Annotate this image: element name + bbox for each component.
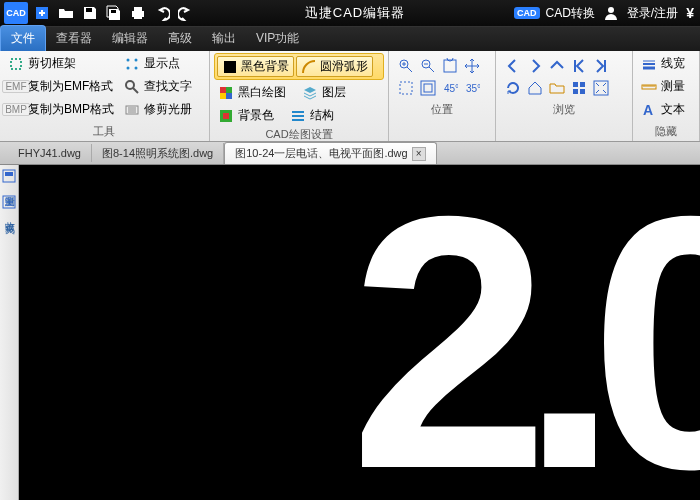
menu-tab-vip[interactable]: VIP功能 bbox=[246, 26, 309, 51]
show-points-label: 显示点 bbox=[144, 55, 180, 72]
zoom-window-icon[interactable] bbox=[397, 79, 415, 97]
login-link[interactable]: 登录/注册 bbox=[627, 5, 678, 22]
svg-rect-27 bbox=[424, 84, 432, 92]
ruler-icon bbox=[641, 79, 657, 95]
svg-rect-23 bbox=[444, 60, 456, 72]
home-icon[interactable] bbox=[526, 79, 544, 97]
drawing-canvas[interactable]: 2.0 bbox=[19, 165, 700, 500]
svg-rect-20 bbox=[223, 113, 229, 119]
cad-convert-link[interactable]: CAD转换 bbox=[546, 5, 595, 22]
zoom-in-icon[interactable] bbox=[397, 57, 415, 75]
svg-point-8 bbox=[127, 58, 130, 61]
position-group-title: 位置 bbox=[393, 101, 491, 119]
sidebar-icon-2[interactable] bbox=[2, 195, 16, 209]
bgcolor-icon bbox=[218, 108, 234, 124]
print-icon[interactable] bbox=[128, 3, 148, 23]
nav-up-icon[interactable] bbox=[548, 57, 566, 75]
structure-icon bbox=[290, 108, 306, 124]
nav-first-icon[interactable] bbox=[570, 57, 588, 75]
svg-rect-30 bbox=[573, 82, 578, 87]
file-tab-0[interactable]: FHYJ41.dwg bbox=[8, 144, 92, 162]
zoom-extents-icon[interactable] bbox=[419, 79, 437, 97]
zoom-out-icon[interactable] bbox=[419, 57, 437, 75]
structure-label: 结构 bbox=[310, 107, 334, 124]
structure-button[interactable]: 结构 bbox=[286, 105, 338, 126]
bw-draw-button[interactable]: 黑白绘图 bbox=[214, 82, 290, 103]
measure-label: 测量 bbox=[661, 78, 685, 95]
black-bg-label: 黑色背景 bbox=[241, 58, 289, 75]
svg-text:45°: 45° bbox=[444, 83, 458, 94]
copy-emf-label: 复制为EMF格式 bbox=[28, 78, 113, 95]
left-sidebar: 测量 收藏夹 bbox=[0, 165, 19, 500]
nav-left-icon[interactable] bbox=[504, 57, 522, 75]
svg-rect-14 bbox=[224, 61, 236, 73]
text-button[interactable]: A文本 bbox=[637, 99, 695, 120]
menu-tab-editor[interactable]: 编辑器 bbox=[102, 26, 158, 51]
bg-color-button[interactable]: 背景色 bbox=[214, 105, 278, 126]
show-points-button[interactable]: 显示点 bbox=[120, 53, 196, 74]
save-icon[interactable] bbox=[80, 3, 100, 23]
menu-tab-viewer[interactable]: 查看器 bbox=[46, 26, 102, 51]
redo-icon[interactable] bbox=[176, 3, 196, 23]
svg-rect-2 bbox=[111, 10, 116, 13]
linewidth-icon bbox=[641, 56, 657, 72]
svg-rect-16 bbox=[226, 87, 232, 93]
canvas-content-text: 2.0 bbox=[350, 165, 700, 500]
text-label: 文本 bbox=[661, 101, 685, 118]
svg-text:A: A bbox=[643, 102, 653, 118]
copy-emf-button[interactable]: EMF复制为EMF格式 bbox=[4, 76, 118, 97]
rotate-n-icon[interactable]: 35° bbox=[463, 79, 481, 97]
measure-button[interactable]: 测量 bbox=[637, 76, 695, 97]
file-tab-2[interactable]: 图10-24一层电话、电视平面图.dwg × bbox=[224, 142, 436, 164]
nav-right-icon[interactable] bbox=[526, 57, 544, 75]
sidebar-tab-favorites[interactable]: 收藏夹 bbox=[1, 211, 17, 220]
sidebar-tab-measure[interactable]: 测量 bbox=[1, 185, 17, 193]
user-icon[interactable] bbox=[601, 3, 621, 23]
undo-icon[interactable] bbox=[152, 3, 172, 23]
saveall-icon[interactable] bbox=[104, 3, 124, 23]
copy-bmp-button[interactable]: BMP复制为BMP格式 bbox=[4, 99, 118, 120]
black-bg-button[interactable]: 黑色背景 bbox=[217, 56, 294, 77]
full-icon[interactable] bbox=[592, 79, 610, 97]
trim-album-label: 修剪光册 bbox=[144, 101, 192, 118]
svg-rect-38 bbox=[5, 172, 13, 176]
file-tab-1[interactable]: 图8-14照明系统图.dwg bbox=[92, 143, 224, 164]
crop-frame-button[interactable]: 剪切框架 bbox=[4, 53, 118, 74]
crop-frame-label: 剪切框架 bbox=[28, 55, 76, 72]
svg-rect-17 bbox=[220, 93, 226, 99]
rotate-icon[interactable]: 45° bbox=[441, 79, 459, 97]
svg-rect-1 bbox=[86, 8, 92, 12]
browse-group-title: 浏览 bbox=[500, 101, 628, 119]
smooth-arc-label: 圆滑弧形 bbox=[320, 58, 368, 75]
svg-rect-26 bbox=[421, 81, 435, 95]
app-title: 迅捷CAD编辑器 bbox=[196, 4, 514, 22]
trim-icon bbox=[124, 102, 140, 118]
linewidth-button[interactable]: 线宽 bbox=[637, 53, 695, 74]
layers-label: 图层 bbox=[322, 84, 346, 101]
menu-tab-advanced[interactable]: 高级 bbox=[158, 26, 202, 51]
menu-tab-output[interactable]: 输出 bbox=[202, 26, 246, 51]
new-icon[interactable] bbox=[32, 3, 52, 23]
svg-rect-5 bbox=[134, 15, 142, 19]
smooth-arc-button[interactable]: 圆滑弧形 bbox=[296, 56, 373, 77]
svg-rect-31 bbox=[580, 82, 585, 87]
open-icon[interactable] bbox=[56, 3, 76, 23]
grid-icon[interactable] bbox=[570, 79, 588, 97]
text-icon: A bbox=[641, 102, 657, 118]
trim-album-button[interactable]: 修剪光册 bbox=[120, 99, 196, 120]
sidebar-icon-1[interactable] bbox=[2, 169, 16, 183]
folder-icon[interactable] bbox=[548, 79, 566, 97]
currency-icon[interactable]: ¥ bbox=[686, 5, 694, 21]
nav-last-icon[interactable] bbox=[592, 57, 610, 75]
find-text-button[interactable]: 查找文字 bbox=[120, 76, 196, 97]
svg-rect-25 bbox=[400, 82, 412, 94]
tab-close-icon[interactable]: × bbox=[412, 147, 426, 161]
layers-button[interactable]: 图层 bbox=[298, 82, 350, 103]
bg-arc-toggle: 黑色背景 圆滑弧形 bbox=[214, 53, 384, 80]
menu-tab-file[interactable]: 文件 bbox=[0, 25, 46, 51]
points-icon bbox=[124, 56, 140, 72]
crop-icon bbox=[8, 56, 24, 72]
zoom-fit-icon[interactable] bbox=[441, 57, 459, 75]
pan-icon[interactable] bbox=[463, 57, 481, 75]
refresh-icon[interactable] bbox=[504, 79, 522, 97]
